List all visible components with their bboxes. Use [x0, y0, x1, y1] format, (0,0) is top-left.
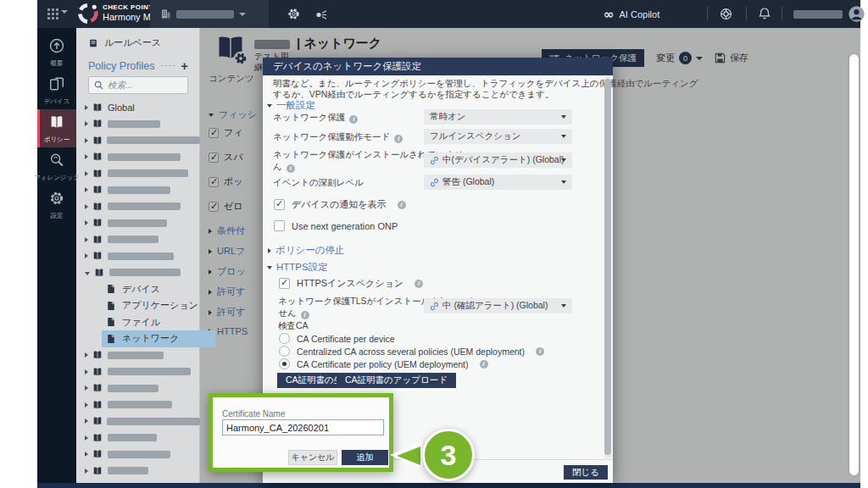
rail-item-devices[interactable]: デバイス — [37, 71, 76, 109]
cancel-button[interactable]: キャンセル — [288, 450, 337, 465]
tree-item-redacted[interactable] — [76, 463, 200, 480]
profile-search-input[interactable]: 検索... — [88, 76, 188, 94]
global-settings-gear-icon[interactable] — [287, 8, 300, 24]
upload-ca-button[interactable]: CA証明書のアップロード — [337, 373, 456, 388]
tls-not-installed-severity-dropdown[interactable]: 中 (確認アラート) (Global) — [424, 298, 572, 313]
tree-item-redacted[interactable] — [76, 264, 200, 281]
redacted-label — [108, 252, 174, 260]
chevron-right-icon[interactable] — [85, 369, 88, 374]
https-inspection-checkbox[interactable] — [279, 278, 290, 289]
app-launcher-icon[interactable] — [47, 8, 68, 19]
chevron-right-icon[interactable] — [85, 237, 88, 242]
chevron-right-icon[interactable] — [85, 452, 88, 457]
rail-item-forensics[interactable]: フォレンジック — [37, 147, 76, 186]
book-icon — [92, 169, 103, 179]
tree-item-redacted[interactable] — [76, 380, 200, 397]
page-icon — [107, 301, 118, 311]
info-icon: i — [301, 311, 309, 319]
tree-item-redacted[interactable] — [76, 182, 200, 199]
section-general-toggle[interactable]: 一般設定 — [267, 99, 315, 112]
section-policy-suspension-toggle[interactable]: ポリシーの停止 — [268, 244, 345, 257]
tree-item-redacted[interactable] — [76, 215, 200, 232]
book-icon — [92, 136, 103, 146]
modal-intro: 明書など。また、ルーティングポリシーを管理し、トラフィックをデバイス上の保護経由… — [273, 78, 698, 90]
user-menu[interactable] — [793, 5, 868, 23]
tree-item-redacted[interactable] — [76, 198, 200, 215]
tree-item-redacted[interactable] — [76, 116, 200, 133]
divider — [707, 7, 708, 20]
notifications-bell-icon[interactable] — [759, 7, 771, 24]
chevron-right-icon[interactable] — [85, 352, 88, 358]
tree-item-ネットワーク[interactable]: ネットワーク — [102, 330, 215, 347]
rail-item-settings[interactable]: 設定 — [37, 186, 76, 224]
section-https-toggle[interactable]: HTTPS設定 — [267, 261, 328, 274]
sidebar-item-rulebase[interactable]: ルールベース — [88, 36, 161, 49]
modal-scrollbar-thumb[interactable] — [604, 79, 611, 455]
tree-item-redacted[interactable] — [76, 396, 200, 413]
not-installed-severity-dropdown[interactable]: 中(デバイスアラート) (Global) — [424, 152, 572, 168]
chevron-right-icon[interactable] — [85, 220, 88, 225]
protection-mode-dropdown[interactable]: フルインスペクション — [424, 129, 572, 144]
redacted-label — [108, 385, 159, 392]
tree-item-redacted[interactable] — [76, 347, 200, 364]
page-scrollbar[interactable] — [849, 54, 859, 475]
tree-item-redacted[interactable] — [76, 446, 200, 463]
tree-item-redacted[interactable] — [76, 149, 200, 166]
book-icon — [92, 103, 103, 113]
rail-item-policy[interactable]: ポリシー — [37, 109, 76, 147]
top-bar: CHECK POINT Harmony Mobile ∞ AI Copilot — [37, 0, 860, 28]
step-annotation: 3 — [422, 429, 475, 481]
tree-item-redacted[interactable] — [76, 430, 200, 446]
tree-item-redacted[interactable] — [76, 165, 200, 182]
chevron-right-icon[interactable] — [85, 253, 88, 258]
chevron-right-icon[interactable] — [85, 138, 88, 143]
tree-item-デバイス[interactable]: デバイス — [102, 281, 215, 298]
tree-item-redacted[interactable] — [76, 413, 200, 430]
chevron-right-icon[interactable] — [85, 402, 88, 408]
chevron-right-icon[interactable] — [85, 385, 88, 391]
chevron-right-icon[interactable] — [85, 171, 88, 176]
tree-item-アプリケーション[interactable]: アプリケーション — [102, 297, 215, 314]
tree-item-redacted[interactable] — [76, 231, 200, 248]
ai-copilot-button[interactable]: ∞ AI Copilot — [604, 7, 659, 22]
chevron-right-icon[interactable] — [85, 121, 88, 126]
book-icon — [92, 433, 103, 443]
chevron-right-icon[interactable] — [85, 204, 88, 209]
event-severity-dropdown[interactable]: 警告 (Global) — [424, 175, 572, 190]
protection-dropdown[interactable]: 常時オン — [424, 109, 572, 125]
tree-item-redacted[interactable] — [76, 248, 200, 265]
info-icon: i — [480, 360, 488, 369]
screen: CHECK POINT Harmony Mobile ∞ AI Copilot — [0, 0, 868, 488]
radio-button[interactable] — [279, 358, 290, 369]
event-stream-icon[interactable] — [315, 8, 328, 24]
chevron-right-icon[interactable] — [85, 187, 88, 192]
book-icon — [92, 383, 103, 393]
sidebar: ルールベース Policy Profiles + 検索... Globalデバイ… — [76, 28, 200, 483]
tree-item-redacted[interactable] — [76, 132, 200, 149]
chevron-right-icon[interactable] — [85, 435, 88, 441]
add-button[interactable]: 追加 — [342, 450, 388, 465]
close-button[interactable]: 閉じる — [564, 465, 608, 480]
show-device-notifications-checkbox[interactable] — [274, 199, 285, 210]
next-gen-onp-checkbox[interactable] — [274, 220, 285, 231]
chevron-right-icon[interactable] — [85, 419, 88, 424]
profiles-tree: Globalデバイスアプリケーションファイルネットワーク — [76, 99, 200, 480]
redacted-label — [108, 467, 148, 474]
tree-item-redacted[interactable] — [76, 363, 200, 380]
chevron-right-icon[interactable] — [85, 105, 88, 110]
certificate-name-input[interactable] — [222, 419, 384, 435]
chevron-right-icon — [268, 248, 271, 253]
book-icon — [92, 350, 103, 360]
radio-button[interactable] — [279, 333, 290, 344]
add-profile-button[interactable]: + — [181, 58, 188, 73]
link-icon — [430, 302, 439, 311]
chevron-right-icon[interactable] — [85, 469, 88, 474]
org-selector[interactable] — [150, 0, 269, 28]
help-icon[interactable] — [720, 8, 732, 24]
chevron-down-icon[interactable] — [85, 272, 90, 275]
tree-item-ファイル[interactable]: ファイル — [102, 314, 215, 331]
tree-item-Global[interactable]: Global — [76, 99, 200, 116]
rail-item-overview[interactable]: 概要 — [37, 33, 76, 71]
radio-button[interactable] — [279, 346, 290, 357]
chevron-right-icon[interactable] — [85, 154, 88, 159]
